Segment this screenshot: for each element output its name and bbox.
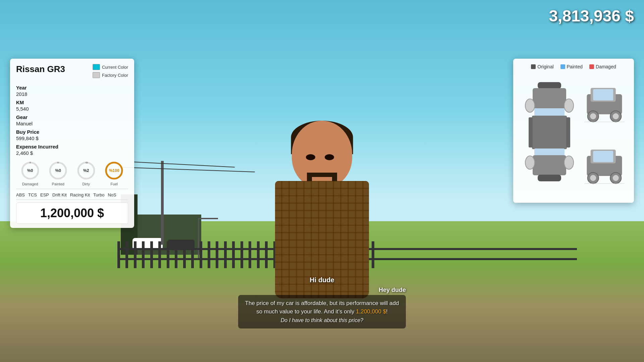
meter-painted-circle: %0: [48, 161, 68, 181]
dialogue-box: Hi dude Hey dude The price of my car is …: [238, 276, 406, 329]
car-diagram-views: [519, 74, 629, 197]
feature-tcs: TCS: [28, 192, 37, 197]
legend-original-label: Original: [537, 64, 553, 69]
meter-painted: %0 Painted: [48, 161, 68, 186]
fence-post: [208, 241, 210, 268]
meter-damaged-label: Damaged: [22, 182, 38, 186]
factory-color-swatch: [93, 72, 100, 78]
fence-post: [125, 241, 128, 268]
dialogue-npc-name: Hey dude: [238, 287, 406, 294]
car-name: Rissan GR3: [16, 64, 65, 74]
wheel-fl: [525, 99, 535, 112]
panel-header: Rissan GR3 Current Color Factory Color: [16, 64, 128, 78]
side2-hubcap-f: [590, 175, 596, 181]
km-value: 5,540: [16, 106, 128, 112]
gear-value: Manuel: [16, 121, 128, 126]
car-stats: Year 2018 KM 5,540 Gear Manuel Buy Price…: [16, 83, 128, 156]
meter-painted-label: Painted: [52, 182, 64, 186]
rear-bumper: [538, 175, 561, 181]
legend-damaged: Damaged: [589, 64, 616, 69]
fence-post: [240, 241, 243, 268]
factory-color-label: Factory Color: [102, 73, 128, 78]
side-hubcap-r: [613, 113, 619, 119]
wheel-fr: [564, 99, 574, 112]
dialogue-message-part2: !: [386, 308, 388, 315]
current-color-indicator: Current Color: [93, 64, 128, 70]
door-right: [566, 117, 570, 147]
car-top-view: [523, 79, 576, 193]
legend-painted-dot: [560, 64, 565, 69]
car-side-left-svg: [584, 77, 625, 131]
meter-damaged: %0 Damaged: [20, 161, 40, 186]
meter-dirty-label: Dirty: [82, 182, 90, 186]
legend-original: Original: [531, 64, 553, 69]
legend-painted: Painted: [560, 64, 583, 69]
car-right-side-view: [584, 139, 625, 194]
wheel-rr: [564, 156, 574, 169]
character-eyes: [302, 154, 342, 161]
fence-post: [142, 241, 145, 268]
fence-post: [183, 241, 186, 268]
hood: [533, 88, 566, 108]
meter-damaged-circle: %0: [20, 161, 40, 181]
legend-damaged-dot: [589, 64, 594, 69]
fence-post: [200, 241, 202, 268]
wheel-rl: [525, 156, 535, 169]
car-top-svg: [523, 79, 576, 193]
fence-post: [175, 241, 177, 268]
feature-abs: ABS: [16, 192, 25, 197]
year-label: Year: [16, 85, 128, 90]
gear-label: Gear: [16, 114, 128, 120]
fence-post: [232, 241, 235, 268]
character-eye-left: [306, 154, 315, 160]
meter-fuel-value: %100: [109, 168, 119, 173]
features-bar: ABS TCS ESP Drift Kit Racing Kit Turbo N…: [16, 189, 128, 200]
expense-value: 2,460 $: [16, 150, 128, 156]
car-info-panel: Rissan GR3 Current Color Factory Color Y…: [10, 59, 134, 228]
side-hubcap-f: [590, 113, 596, 119]
current-color-label: Current Color: [102, 65, 128, 70]
utility-pole: [161, 161, 164, 245]
character-eye-right: [325, 154, 334, 160]
fence-post: [167, 241, 169, 268]
meter-fuel: %100 Fuel: [104, 161, 124, 186]
car-side-right-svg: [584, 139, 625, 193]
side2-windows: [593, 151, 613, 162]
sale-price-display[interactable]: 1,200,000 $: [16, 202, 128, 224]
meter-fuel-label: Fuel: [111, 182, 118, 186]
current-color-swatch: [93, 64, 100, 70]
year-value: 2018: [16, 91, 128, 97]
windshield-rear: [534, 148, 565, 156]
legend-damaged-label: Damaged: [596, 64, 616, 69]
roof: [532, 116, 567, 149]
meter-fuel-circle: %100: [104, 161, 124, 181]
dialogue-price-highlight: 1,200,000 $: [356, 308, 386, 315]
front-bumper: [538, 82, 561, 89]
trunk: [533, 155, 566, 175]
condition-meters: %0 Damaged %0 Painted %2: [16, 161, 128, 186]
fence-post: [191, 241, 194, 268]
feature-esp: ESP: [40, 192, 49, 197]
legend-painted-label: Painted: [567, 64, 583, 69]
meter-dirty: %2 Dirty: [76, 161, 96, 186]
windshield-front: [534, 108, 565, 117]
factory-color-indicator: Factory Color: [93, 72, 128, 78]
fence-post: [158, 241, 161, 268]
feature-nos: NoS: [108, 192, 116, 197]
color-indicators: Current Color Factory Color: [93, 64, 128, 78]
fence-post: [150, 241, 153, 268]
side2-hubcap-r: [613, 175, 619, 181]
car-diagram-panel: Original Painted Damaged: [513, 59, 634, 203]
feature-racing-kit: Racing Kit: [70, 192, 90, 197]
fence-post: [216, 241, 218, 268]
meter-dirty-circle: %2: [76, 161, 96, 181]
buy-price-label: Buy Price: [16, 129, 128, 135]
expense-label: Expense Incurred: [16, 144, 128, 149]
meter-painted-value: %0: [55, 168, 61, 173]
legend-original-dot: [531, 64, 536, 69]
buy-price-value: 599,840 $: [16, 135, 128, 141]
dialogue-question: Do I have to think about this price?: [281, 317, 363, 323]
feature-turbo: Turbo: [93, 192, 104, 197]
car-left-side-view: [584, 77, 625, 132]
meter-damaged-value: %0: [27, 168, 33, 173]
